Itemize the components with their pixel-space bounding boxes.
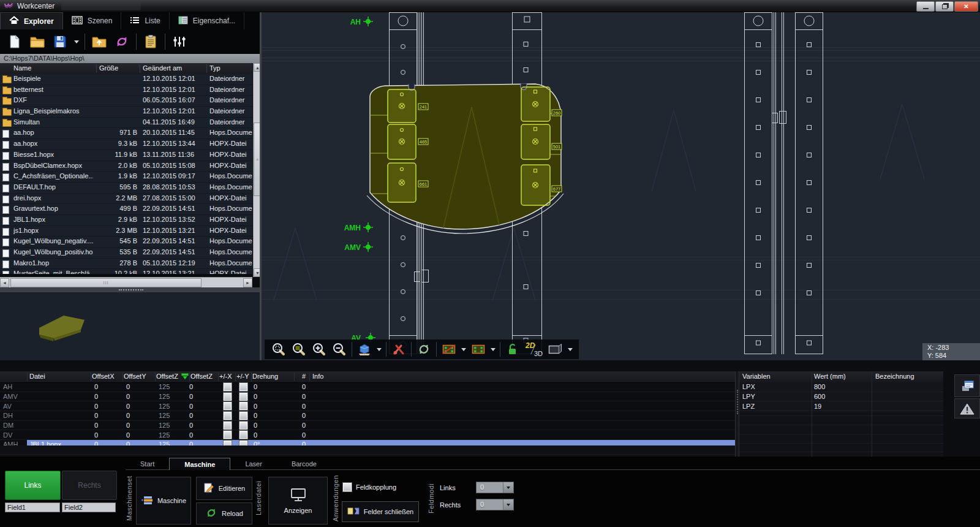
col-drehung[interactable]: Drehung (252, 373, 278, 380)
col-px[interactable]: +/-X (219, 373, 232, 380)
offset-row[interactable]: DM 0 0 125 0 0 0 (0, 421, 735, 431)
offsetz2-cell[interactable]: 0 (187, 421, 219, 430)
part-preview-panel[interactable] (0, 292, 260, 360)
tab-eigenschaften[interactable]: Eigenschaf... (170, 12, 244, 29)
file-row[interactable]: drei.hopx 2.2 MB 27.08.2015 15:00 HOPX-D… (0, 194, 252, 205)
datei-cell[interactable] (27, 401, 92, 411)
variable-value[interactable]: 19 (812, 403, 872, 410)
offsetz2-cell[interactable]: 0 (187, 382, 219, 392)
column-header-name[interactable]: Name (13, 64, 31, 72)
offsetz1-cell[interactable]: 125 (156, 430, 187, 439)
feldkopplung-checkbox[interactable] (343, 483, 352, 491)
clipboard-button[interactable] (142, 33, 159, 50)
ribbon-tab-laser[interactable]: Laser (230, 458, 277, 470)
hscroll-thumb[interactable]: III (10, 278, 202, 287)
field-disable-icon[interactable] (441, 341, 457, 357)
file-row[interactable]: Simultan 04.11.2015 16:49 Dateiordner (0, 118, 252, 129)
warning-button[interactable] (954, 398, 980, 419)
rechts-spinner-value[interactable]: 0 (477, 499, 503, 510)
rotation-cell[interactable]: 0 (251, 411, 294, 420)
links-spinner[interactable]: 0 (476, 482, 514, 493)
file-row[interactable]: Beispiele 12.10.2015 12:01 Dateiordner (0, 74, 252, 85)
file-row[interactable]: aa.hopx 9.3 kB 12.10.2015 13:44 HOPX-Dat… (0, 139, 252, 150)
mirror-x-checkbox[interactable] (224, 431, 232, 439)
col-bezeichnung[interactable]: Bezeichnung (875, 373, 914, 380)
mirror-y-checkbox[interactable] (239, 383, 247, 391)
mirror-x-checkbox[interactable] (224, 393, 232, 401)
scroll-right-button[interactable]: ► (243, 278, 252, 287)
tools-icon[interactable] (391, 341, 407, 357)
col-offsetz2[interactable]: OffsetZ (190, 373, 213, 380)
file-row[interactable]: BspDübelClamex.hopx 2.0 kB 05.10.2015 15… (0, 161, 252, 172)
reload-button[interactable]: Reload (196, 502, 252, 525)
file-row[interactable]: Kugel_Wölbung_positiv.hop 535 B 22.09.20… (0, 248, 252, 259)
file-row[interactable]: js1.hopx 2.3 MB 12.10.2015 13:21 HOPX-Da… (0, 226, 252, 237)
tab-explorer[interactable]: Explorer (0, 12, 63, 29)
offsetx-cell[interactable]: 0 (92, 392, 124, 401)
rotation-cell[interactable]: 0 (251, 421, 294, 430)
datei-cell[interactable] (27, 421, 92, 430)
datei-cell[interactable] (27, 411, 92, 420)
column-header-size[interactable]: Größe (99, 64, 118, 72)
offset-row[interactable]: AMV 0 0 125 0 0 0 (0, 392, 735, 402)
rotation-cell[interactable]: 0 (251, 401, 294, 411)
col-variablen[interactable]: Variablen (742, 373, 771, 380)
count-cell[interactable]: 0 (294, 401, 309, 411)
close-button[interactable]: ✕ (954, 1, 978, 12)
field2-input[interactable] (62, 502, 116, 512)
offsetz1-cell[interactable]: 125 (156, 382, 187, 392)
col-info[interactable]: Info (312, 373, 323, 380)
count-cell[interactable]: 0 (294, 382, 309, 392)
file-row[interactable]: C_Achsfräsen_Optionale... 1.9 kB 12.10.2… (0, 172, 252, 183)
rechts-spinner-dropdown[interactable] (503, 499, 513, 510)
machine-view-dropdown-caret[interactable] (377, 348, 382, 354)
editieren-button[interactable]: Editieren (196, 477, 252, 500)
count-cell[interactable]: 0 (294, 421, 309, 430)
offsetz2-cell[interactable]: 0 (187, 411, 219, 420)
cad-canvas[interactable]: 241 465 661 260 501 677 AH AMH AMV AV (262, 12, 980, 360)
ribbon-tab-maschine[interactable]: Maschine (169, 458, 230, 470)
offsety-cell[interactable]: 0 (124, 392, 156, 401)
field-rechts-button[interactable]: Rechts (62, 471, 117, 500)
offset-row[interactable]: DH 0 0 125 0 0 0 (0, 411, 735, 421)
links-spinner-value[interactable]: 0 (477, 482, 503, 493)
bottom-tables-splitter[interactable] (735, 371, 739, 457)
ribbon-tab-start[interactable]: Start (126, 458, 169, 470)
2d-3d-toggle[interactable]: 2D 3D (525, 341, 543, 357)
zoom-fit-icon[interactable] (291, 341, 307, 357)
path-bar[interactable]: C:\Hops7\DATA\Hops\Hop\ (0, 54, 262, 63)
save-dropdown-caret[interactable] (74, 40, 79, 46)
zoom-in-icon[interactable] (311, 341, 327, 357)
variable-row[interactable]: LPX 800 (739, 382, 943, 392)
rechts-spinner[interactable]: 0 (476, 499, 514, 510)
new-file-button[interactable] (6, 33, 23, 50)
file-row[interactable]: MusterSeite_mit_Beschlä... 10.2 kB 12.10… (0, 269, 252, 274)
mirror-y-checkbox[interactable] (239, 431, 247, 439)
mirror-y-checkbox[interactable] (239, 422, 247, 430)
save-button[interactable] (51, 33, 69, 50)
ribbon-tab-barcode[interactable]: Barcode (277, 458, 331, 470)
mirror-y-checkbox[interactable] (239, 412, 247, 420)
machine-view-icon[interactable] (356, 341, 372, 357)
offsetx-cell[interactable]: 0 (92, 421, 124, 430)
cad-viewport[interactable]: 241 465 661 260 501 677 AH AMH AMV AV (262, 12, 980, 360)
horizontal-splitter[interactable] (0, 287, 262, 292)
mirror-x-checkbox[interactable] (224, 422, 232, 430)
variable-row[interactable]: LPZ 19 (739, 401, 943, 411)
offsetz1-cell[interactable]: 125 (156, 401, 187, 411)
offset-row[interactable]: DV 0 0 125 0 0 0 (0, 430, 735, 440)
rotation-cell[interactable]: 0 (251, 382, 294, 392)
rotation-cell[interactable]: 0 (251, 392, 294, 401)
offsetz2-cell[interactable]: 0 (187, 401, 219, 411)
title-bar[interactable]: Workcenter ✕ (0, 0, 980, 12)
column-header-date[interactable]: Geändert am (143, 64, 182, 72)
offsety-cell[interactable]: 0 (124, 411, 156, 420)
offsetz1-cell[interactable]: 125 (156, 411, 187, 420)
variables-form-button[interactable] (954, 374, 980, 397)
mirror-y-checkbox[interactable] (239, 402, 247, 410)
offsety-cell[interactable]: 0 (124, 382, 156, 392)
rotation-cell[interactable]: 0 (251, 430, 294, 439)
count-cell[interactable]: 0 (294, 430, 309, 439)
field-show-icon[interactable] (470, 341, 486, 357)
col-py[interactable]: +/-Y (236, 373, 249, 380)
